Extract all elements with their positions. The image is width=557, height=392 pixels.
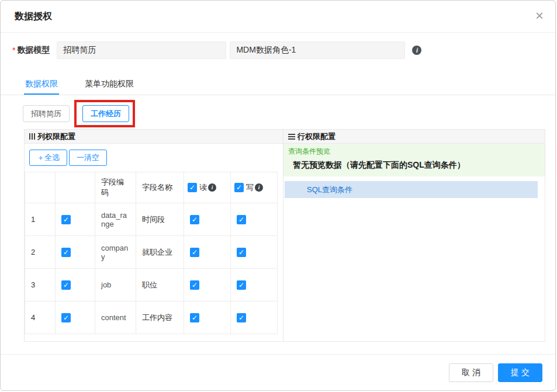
row-permission-title: 行权限配置 — [297, 131, 335, 142]
submit-button[interactable]: 提 交 — [498, 363, 542, 382]
field-name-cell: 就职企业 — [136, 236, 184, 269]
write-info-icon[interactable]: i — [255, 183, 263, 192]
columns-icon — [29, 133, 35, 140]
close-icon[interactable]: × — [535, 9, 544, 23]
permission-tabs: 数据权限 菜单功能权限 — [1, 75, 555, 95]
row-index: 1 — [25, 203, 56, 236]
table-row: 2 company 就职企业 — [25, 236, 278, 269]
field-code-cell: company — [95, 236, 136, 269]
query-preview-box: 查询条件预览 暂无预览数据（请先配置下面的SQL查询条件） — [283, 144, 545, 176]
table-row: 1 data_range 时间段 — [25, 203, 278, 236]
read-checkbox[interactable] — [190, 280, 199, 290]
query-preview-label: 查询条件预览 — [288, 147, 540, 157]
data-role-field[interactable]: MDM数据角色-1 — [230, 41, 405, 59]
row-select-checkbox[interactable] — [61, 215, 71, 224]
clear-button[interactable]: 一清空 — [69, 150, 107, 166]
row-index: 4 — [25, 301, 56, 334]
write-label: 写 — [246, 183, 254, 192]
select-all-button[interactable]: ＋全选 — [29, 150, 67, 166]
field-code-cell: job — [95, 269, 136, 301]
read-label: 读 — [199, 183, 207, 192]
row-select-checkbox[interactable] — [61, 248, 71, 257]
field-code-cell: content — [95, 301, 136, 334]
modal-footer: 取 消 提 交 — [1, 354, 555, 390]
no-preview-text: 暂无预览数据（请先配置下面的SQL查询条件） — [288, 160, 540, 171]
data-model-field[interactable]: 招聘简历 — [57, 41, 226, 59]
row-select-checkbox[interactable] — [61, 280, 71, 290]
subtab-work-experience[interactable]: 工作经历 — [82, 105, 129, 122]
field-code-cell: data_range — [95, 203, 136, 236]
write-all-checkbox[interactable] — [234, 183, 244, 192]
required-mark: * — [12, 46, 15, 55]
field-permission-table: 字段编码 字段名称 读i 写i 1 data_range 时间段 — [25, 172, 278, 334]
table-row: 3 job 职位 — [25, 269, 278, 301]
modal-title: 数据授权 — [15, 11, 52, 23]
row-permission-header: 行权限配置 — [283, 130, 545, 144]
write-checkbox[interactable] — [237, 280, 246, 290]
rows-icon — [288, 134, 295, 140]
row-select-checkbox[interactable] — [61, 313, 71, 322]
row-permission-panel: 行权限配置 查询条件预览 暂无预览数据（请先配置下面的SQL查询条件） SQL查… — [283, 129, 545, 342]
column-permission-panel: 列权限配置 ＋全选 一清空 字段编码 字段名称 读i 写i — [24, 129, 283, 342]
sql-query-condition-item[interactable]: SQL查询条件 — [285, 181, 538, 198]
read-all-checkbox[interactable] — [188, 183, 197, 192]
row-index: 2 — [25, 236, 56, 269]
table-row: 4 content 工作内容 — [25, 301, 278, 334]
select-column-header — [56, 172, 95, 203]
bulk-action-row: ＋全选 一清空 — [25, 144, 283, 172]
column-permission-title: 列权限配置 — [37, 131, 75, 142]
table-header-row: 字段编码 字段名称 读i 写i — [25, 172, 278, 203]
data-authorization-modal: 数据授权 × * 数据模型 招聘简历 MDM数据角色-1 i 数据权限 菜单功能… — [0, 0, 556, 391]
data-model-label: 数据模型 — [17, 45, 50, 55]
field-name-cell: 时间段 — [136, 203, 184, 236]
tab-menu-function-permission[interactable]: 菜单功能权限 — [84, 75, 135, 95]
read-column-header: 读i — [184, 172, 231, 203]
read-checkbox[interactable] — [190, 248, 199, 257]
row-index: 3 — [25, 269, 56, 301]
write-checkbox[interactable] — [237, 313, 246, 322]
field-name-header: 字段名称 — [136, 172, 184, 203]
read-info-icon[interactable]: i — [208, 183, 216, 192]
data-model-form-row: * 数据模型 招聘简历 MDM数据角色-1 i — [12, 41, 421, 59]
tab-data-permission[interactable]: 数据权限 — [24, 75, 59, 95]
modal-header: 数据授权 × — [1, 1, 555, 33]
write-checkbox[interactable] — [237, 248, 246, 257]
field-name-cell: 工作内容 — [136, 301, 184, 334]
entity-subtabs: 招聘简历 工作经历 — [23, 105, 129, 122]
field-code-header: 字段编码 — [95, 172, 136, 203]
write-checkbox[interactable] — [237, 215, 246, 224]
cancel-button[interactable]: 取 消 — [449, 363, 493, 382]
read-checkbox[interactable] — [190, 313, 199, 322]
column-permission-header: 列权限配置 — [25, 130, 283, 144]
info-icon[interactable]: i — [412, 46, 421, 55]
field-name-cell: 职位 — [136, 269, 184, 301]
write-column-header: 写i — [231, 172, 278, 203]
index-column-header — [25, 172, 56, 203]
subtab-resume[interactable]: 招聘简历 — [23, 105, 70, 122]
read-checkbox[interactable] — [190, 215, 199, 224]
